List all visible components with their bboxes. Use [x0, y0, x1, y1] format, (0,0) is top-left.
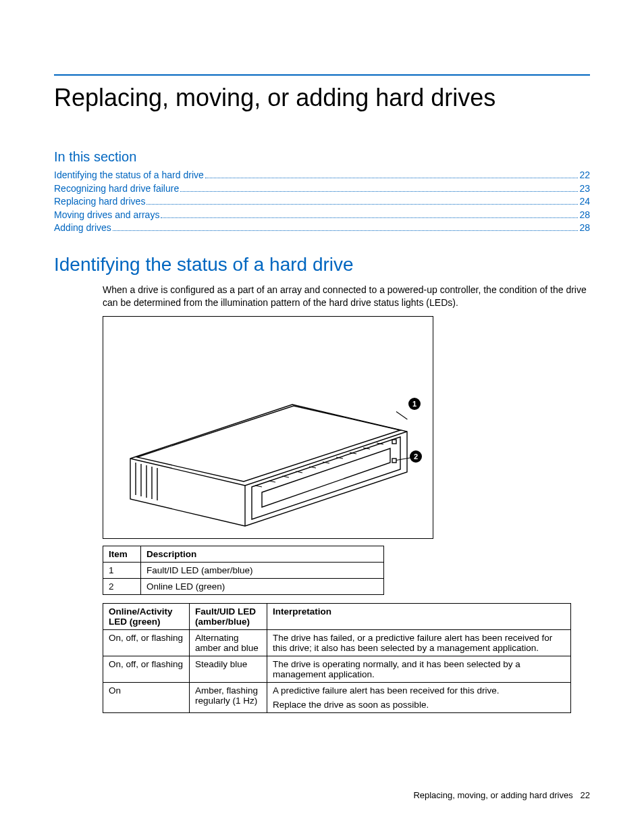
toc-leader	[161, 217, 578, 218]
toc-leader	[113, 230, 579, 231]
svg-line-5	[255, 486, 262, 487]
col-header: Description	[141, 546, 384, 562]
top-rule	[54, 74, 590, 76]
col-header: Online/Activity LED (green)	[103, 603, 190, 629]
col-header: Interpretation	[267, 603, 571, 629]
table-row: 1 Fault/ID LED (amber/blue)	[103, 562, 384, 578]
toc-label: Recognizing hard drive failure	[54, 182, 179, 196]
cell: On, off, or flashing	[103, 656, 190, 682]
hard-drive-figure: 1 2	[103, 316, 433, 539]
cell-text: The drive has failed, or a predictive fa…	[273, 633, 565, 653]
toc-row[interactable]: Adding drives 28	[54, 221, 590, 235]
toc-row[interactable]: Replacing hard drives 24	[54, 195, 590, 209]
col-header: Item	[103, 546, 141, 562]
svg-rect-15	[392, 440, 396, 444]
cell: A predictive failure alert has been rece…	[267, 682, 571, 712]
subsection-heading: Identifying the status of a hard drive	[54, 254, 590, 276]
page-title: Replacing, moving, or adding hard drives	[54, 84, 590, 112]
toc-page: 28	[579, 209, 590, 222]
col-header: Fault/UID LED (amber/blue)	[190, 603, 267, 629]
toc-leader	[146, 204, 578, 205]
toc-page: 22	[579, 169, 590, 182]
in-this-section-heading: In this section	[54, 149, 590, 165]
cell: The drive is operating normally, and it …	[267, 656, 571, 682]
footer-page: 22	[581, 790, 590, 800]
table-header-row: Item Description	[103, 546, 384, 562]
cell: 2	[103, 578, 141, 594]
cell: On	[103, 682, 190, 712]
cell: Fault/ID LED (amber/blue)	[141, 562, 384, 578]
toc-row[interactable]: Identifying the status of a hard drive 2…	[54, 169, 590, 182]
toc-leader	[205, 178, 579, 178]
led-interpretation-table: Online/Activity LED (green) Fault/UID LE…	[103, 603, 571, 713]
cell: On, off, or flashing	[103, 629, 190, 656]
body-paragraph: When a drive is configured as a part of …	[103, 284, 590, 309]
table-header-row: Online/Activity LED (green) Fault/UID LE…	[103, 603, 571, 629]
drive-illustration-icon	[103, 317, 434, 540]
toc-label: Moving drives and arrays	[54, 209, 159, 222]
cell: Online LED (green)	[141, 578, 384, 594]
toc-label: Replacing hard drives	[54, 195, 145, 209]
svg-line-6	[269, 481, 275, 482]
cell-text: The drive is operating normally, and it …	[273, 659, 565, 679]
table-row: On, off, or flashing Alternating amber a…	[103, 629, 571, 656]
cell: 1	[103, 562, 141, 578]
cell: Alternating amber and blue	[190, 629, 267, 656]
table-of-contents: Identifying the status of a hard drive 2…	[54, 169, 590, 235]
cell-text: Replace the drive as soon as possible.	[273, 700, 565, 710]
cell: Amber, flashing regularly (1 Hz)	[190, 682, 267, 712]
toc-page: 28	[579, 221, 590, 235]
toc-row[interactable]: Recognizing hard drive failure 23	[54, 182, 590, 196]
table-row: On Amber, flashing regularly (1 Hz) A pr…	[103, 682, 571, 712]
toc-label: Adding drives	[54, 221, 111, 235]
table-row: 2 Online LED (green)	[103, 578, 384, 594]
toc-leader	[180, 191, 578, 192]
page-footer: Replacing, moving, or adding hard drives…	[413, 790, 590, 800]
cell: The drive has failed, or a predictive fa…	[267, 629, 571, 656]
table-row: On, off, or flashing Steadily blue The d…	[103, 656, 571, 682]
toc-row[interactable]: Moving drives and arrays 28	[54, 209, 590, 222]
toc-label: Identifying the status of a hard drive	[54, 169, 204, 182]
led-item-table: Item Description 1 Fault/ID LED (amber/b…	[103, 546, 384, 595]
callout-2: 2	[410, 450, 422, 463]
toc-page: 24	[579, 195, 590, 209]
cell-text: A predictive failure alert has been rece…	[273, 685, 565, 696]
footer-text: Replacing, moving, or adding hard drives	[413, 790, 572, 800]
callout-1: 1	[408, 398, 421, 410]
toc-page: 23	[579, 182, 590, 196]
cell: Steadily blue	[190, 656, 267, 682]
